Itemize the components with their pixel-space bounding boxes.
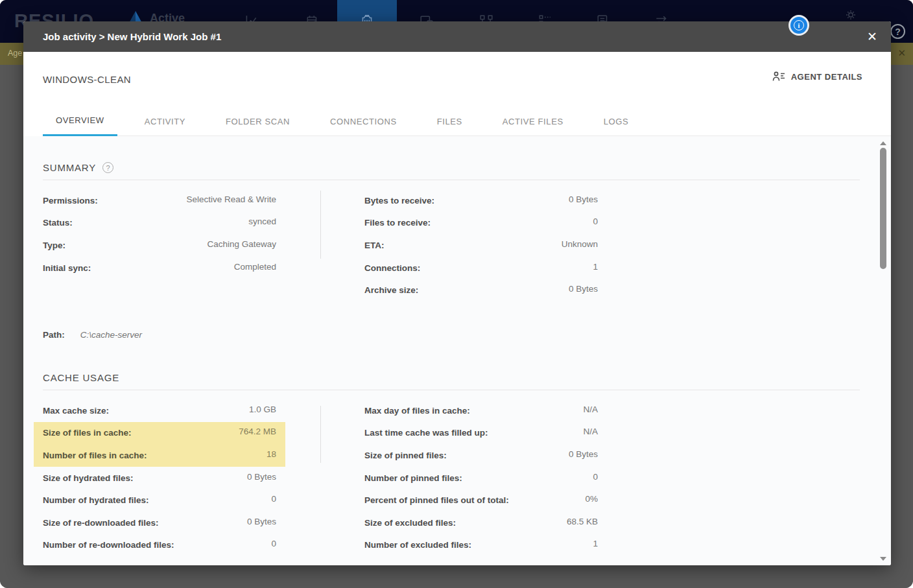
cache-column-divider — [320, 406, 321, 463]
stat-row: Size of files in cache:764.2 MB — [34, 422, 285, 445]
stat-row: Max day of files in cache:N/A — [364, 399, 598, 422]
browser-page: RESILIO Active — [0, 0, 913, 588]
path-label: Path: — [43, 330, 65, 340]
stat-value: 0 — [271, 494, 276, 504]
close-icon[interactable]: ✕ — [864, 28, 881, 45]
summary-divider — [43, 180, 860, 180]
stat-row: Size of pinned files:0 Bytes — [364, 444, 598, 467]
stat-label: Size of hydrated files: — [43, 473, 134, 483]
summary-help-icon[interactable]: ? — [102, 162, 113, 173]
info-button[interactable]: i — [788, 15, 809, 36]
stat-label: Connections: — [364, 263, 420, 273]
stat-label: Bytes to receive: — [364, 196, 434, 206]
tab-active-files[interactable]: ACTIVE FILES — [490, 106, 576, 136]
stat-label: ETA: — [364, 241, 385, 250]
agent-name: WINDOWS-CLEAN — [43, 74, 872, 85]
overview-tab-content: SUMMARY ? Permissions:Selective Read & W… — [23, 136, 891, 565]
scrollbar[interactable] — [878, 136, 888, 565]
stat-value: 764.2 MB — [239, 427, 276, 436]
stat-value: 0% — [585, 494, 598, 504]
stat-value: 0 Bytes — [247, 472, 276, 482]
stat-row: Last time cache was filled up:N/A — [364, 422, 598, 445]
stat-label: Type: — [43, 241, 65, 250]
help-icon[interactable]: ? — [890, 24, 905, 39]
stat-row: Archive size:0 Bytes — [364, 279, 598, 301]
stat-label: Last time cache was filled up: — [364, 428, 488, 438]
stat-row: Initial sync:Completed — [43, 257, 276, 279]
person-details-icon — [772, 71, 785, 82]
stat-row: Size of re-downloaded files:0 Bytes — [43, 512, 276, 534]
stat-row: Number of excluded files:1 — [364, 534, 598, 557]
modal-subheader: WINDOWS-CLEAN AGENT DETAILS OVERVIEWACTI… — [23, 52, 891, 136]
stat-row: ETA:Unknown — [364, 234, 598, 257]
stat-value: Unknown — [562, 239, 598, 249]
stat-row: Number of hydrated files:0 — [43, 489, 276, 512]
stat-value: 0 Bytes — [569, 284, 598, 294]
stat-value: 1.0 GB — [249, 405, 276, 414]
stat-value: 1 — [593, 262, 598, 272]
stat-label: Number of hydrated files: — [43, 495, 149, 505]
stat-label: Size of files in cache: — [43, 428, 132, 438]
stat-value: N/A — [583, 427, 598, 436]
stat-value: Caching Gateway — [207, 239, 276, 249]
modal-breadcrumb-title: Job activity > New Hybrid Work Job #1 — [23, 31, 221, 42]
summary-heading: SUMMARY — [43, 162, 96, 173]
stat-row: Permissions:Selective Read & Write — [43, 189, 276, 212]
stat-label: Number of pinned files: — [364, 473, 462, 483]
stat-value: 1 — [593, 539, 598, 548]
stat-label: Size of pinned files: — [364, 451, 447, 460]
stat-label: Percent of pinned files out of total: — [364, 495, 509, 505]
stat-row: Bytes to receive:0 Bytes — [364, 189, 598, 212]
stat-row: Percent of pinned files out of total:0% — [364, 489, 598, 512]
stat-row: Number of files in cache:18 — [34, 444, 285, 467]
path-value: C:\cache-server — [80, 330, 142, 340]
stat-label: Number of files in cache: — [43, 451, 147, 460]
stat-value: synced — [248, 217, 276, 226]
info-icon: i — [794, 20, 804, 30]
tab-connections[interactable]: CONNECTIONS — [317, 106, 410, 136]
stat-value: 0 Bytes — [569, 449, 598, 459]
stat-row: Files to receive:0 — [364, 212, 598, 235]
scrollbar-thumb[interactable] — [880, 148, 886, 269]
tab-overview[interactable]: OVERVIEW — [43, 106, 117, 136]
agent-details-button[interactable]: AGENT DETAILS — [772, 71, 862, 82]
stat-row: Connections:1 — [364, 257, 598, 279]
stat-value: 18 — [267, 449, 276, 459]
tab-bar: OVERVIEWACTIVITYFOLDER SCANCONNECTIONSFI… — [43, 106, 891, 136]
summary-left-column: Permissions:Selective Read & WriteStatus… — [43, 189, 276, 301]
summary-column-divider — [320, 191, 321, 259]
stat-label: Size of excluded files: — [364, 518, 456, 528]
notification-close-icon[interactable]: ✕ — [897, 47, 906, 59]
cache-right-column: Max day of files in cache:N/ALast time c… — [364, 399, 598, 556]
tab-folder-scan[interactable]: FOLDER SCAN — [213, 106, 303, 136]
cache-section-header: CACHE USAGE — [43, 372, 860, 383]
stat-value: 0 Bytes — [569, 194, 598, 204]
modal-header: Job activity > New Hybrid Work Job #1 ✕ — [23, 21, 891, 52]
cache-left-column: Max cache size:1.0 GBSize of files in ca… — [43, 399, 276, 556]
stat-value: N/A — [583, 405, 598, 414]
scrollbar-down-arrow-icon[interactable] — [880, 557, 886, 561]
stat-row: Status:synced — [43, 212, 276, 235]
tab-activity[interactable]: ACTIVITY — [132, 106, 198, 136]
stat-label: Archive size: — [364, 285, 418, 295]
summary-grid: Permissions:Selective Read & WriteStatus… — [43, 189, 860, 301]
agent-details-label: AGENT DETAILS — [791, 72, 862, 82]
stat-value: 0 — [271, 539, 276, 548]
scrollbar-up-arrow-icon[interactable] — [880, 141, 886, 145]
stat-row: Size of hydrated files:0 Bytes — [43, 467, 276, 489]
tab-logs[interactable]: LOGS — [591, 106, 642, 136]
stat-label: Permissions: — [43, 196, 98, 206]
stat-label: Initial sync: — [43, 263, 91, 273]
stat-value: 68.5 KB — [567, 517, 598, 526]
stat-label: Files to receive: — [364, 218, 431, 228]
stat-value: Selective Read & Write — [186, 194, 276, 204]
notification-text: Age — [8, 49, 22, 58]
stat-label: Size of re-downloaded files: — [43, 518, 159, 528]
stat-label: Number of excluded files: — [364, 540, 471, 550]
summary-section-header: SUMMARY ? — [43, 162, 860, 173]
stat-label: Status: — [43, 218, 73, 228]
cache-grid: Max cache size:1.0 GBSize of files in ca… — [43, 399, 860, 556]
stat-label: Number of re-downloaded files: — [43, 540, 174, 550]
stat-label: Max day of files in cache: — [364, 406, 470, 416]
tab-files[interactable]: FILES — [424, 106, 475, 136]
